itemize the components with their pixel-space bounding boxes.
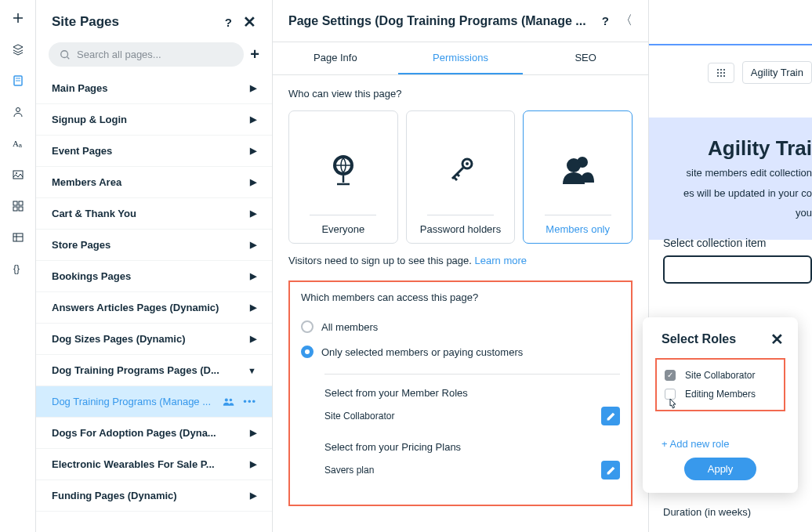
svg-text:a: a <box>19 143 22 148</box>
members-icon[interactable] <box>223 397 235 407</box>
chevron-right-icon: ▶ <box>250 146 256 156</box>
page-group[interactable]: Dog Training Programs Pages (D...▼ <box>36 355 272 386</box>
svg-point-16 <box>61 50 68 57</box>
svg-point-3 <box>16 108 20 112</box>
radio-all-members[interactable]: All members <box>301 314 620 339</box>
view-question: Who can view this page? <box>288 88 633 100</box>
page-group[interactable]: Answers Articles Pages (Dynamic)▶ <box>36 292 272 324</box>
svg-point-19 <box>230 398 233 401</box>
page-group[interactable]: Bookings Pages▶ <box>36 261 272 292</box>
page-group[interactable]: Event Pages▶ <box>36 136 272 167</box>
edit-roles-button[interactable] <box>601 407 620 425</box>
chevron-right-icon: ▶ <box>250 302 256 313</box>
svg-point-33 <box>720 69 722 71</box>
learn-more-link[interactable]: Learn more <box>475 255 527 266</box>
svg-rect-11 <box>19 207 23 211</box>
person-icon[interactable] <box>11 105 25 119</box>
layers-icon[interactable] <box>11 42 25 56</box>
svg-point-39 <box>720 75 722 77</box>
svg-rect-10 <box>13 207 17 211</box>
chevron-right-icon: ▶ <box>250 490 256 501</box>
svg-rect-9 <box>19 201 23 205</box>
svg-text:{}: {} <box>13 263 20 274</box>
panel-title: Site Pages <box>52 14 119 30</box>
perm-option-password[interactable]: Password holders <box>406 110 516 244</box>
hint-text: Visitors need to sign up to see this pag… <box>288 255 633 266</box>
members-access-section: Which members can access this page? All … <box>288 280 633 506</box>
add-role-link[interactable]: + Add new role <box>643 430 798 458</box>
database-icon[interactable] <box>11 230 25 244</box>
svg-line-17 <box>67 56 70 59</box>
page-list: Main Pages▶ Signup & Login▶ Event Pages▶… <box>36 73 272 532</box>
close-icon[interactable]: ✕ <box>243 13 256 31</box>
page-item-selected[interactable]: Dog Training Programs (Manage ... ••• <box>36 386 272 418</box>
chevron-right-icon: ▶ <box>250 459 256 469</box>
radio-icon <box>301 346 314 358</box>
tab-seo[interactable]: SEO <box>523 42 648 74</box>
radio-selected-members[interactable]: Only selected members or paying customer… <box>301 339 620 364</box>
svg-point-31 <box>567 158 581 172</box>
more-icon[interactable]: ••• <box>243 396 256 407</box>
edit-plans-button[interactable] <box>601 461 620 480</box>
apps-icon[interactable] <box>11 199 25 213</box>
svg-line-28 <box>454 177 457 180</box>
page-group[interactable]: Members Area▶ <box>36 167 272 198</box>
search-input-wrapper[interactable] <box>49 42 244 67</box>
page-group[interactable]: Store Pages▶ <box>36 230 272 261</box>
svg-point-32 <box>717 69 719 71</box>
svg-point-34 <box>723 69 725 71</box>
page-group[interactable]: Signup & Login▶ <box>36 104 272 136</box>
perm-option-members[interactable]: Members only <box>523 110 633 244</box>
search-icon <box>60 49 71 60</box>
select-label: Select collection item <box>663 237 767 249</box>
plans-heading: Select from your Pricing Plans <box>324 441 620 453</box>
collection-select[interactable] <box>663 255 812 284</box>
close-icon[interactable]: ✕ <box>770 330 784 349</box>
page-group[interactable]: Funding Pages (Dynamic)▶ <box>36 480 272 512</box>
svg-rect-12 <box>13 233 23 241</box>
chevron-right-icon: ▶ <box>250 240 256 250</box>
pages-icon[interactable] <box>11 74 25 88</box>
help-icon[interactable]: ? <box>225 16 232 29</box>
perm-option-everyone[interactable]: Everyone <box>288 110 398 244</box>
members-icon <box>560 125 596 215</box>
page-group[interactable]: Electronic Wearables For Sale P...▶ <box>36 449 272 480</box>
role-option[interactable]: Site Collaborator <box>660 366 781 385</box>
tab-page-info[interactable]: Page Info <box>273 42 398 74</box>
roles-heading: Select from your Member Roles <box>324 387 620 399</box>
chevron-right-icon: ▶ <box>250 83 256 93</box>
svg-point-26 <box>466 162 469 165</box>
page-group[interactable]: Main Pages▶ <box>36 73 272 104</box>
search-input[interactable] <box>77 49 233 60</box>
help-icon[interactable]: ? <box>602 14 609 27</box>
page-group[interactable]: Cart & Thank You▶ <box>36 198 272 230</box>
svg-line-27 <box>452 168 463 179</box>
svg-point-40 <box>723 75 725 77</box>
image-icon[interactable] <box>11 168 25 182</box>
canvas-label[interactable]: Agility Train <box>742 61 812 84</box>
key-icon <box>446 125 476 215</box>
grid-tool-button[interactable] <box>708 63 734 83</box>
svg-rect-8 <box>13 201 17 205</box>
tab-permissions[interactable]: Permissions <box>398 42 524 74</box>
roles-popover-title: Select Roles <box>662 332 736 346</box>
chevron-right-icon: ▶ <box>250 334 256 344</box>
hero-line: site members edit collection <box>649 165 812 181</box>
page-group[interactable]: Dog Sizes Pages (Dynamic)▶ <box>36 324 272 355</box>
svg-point-37 <box>723 72 725 74</box>
back-icon[interactable]: 〈 <box>620 13 633 29</box>
code-icon[interactable]: {} <box>11 262 25 276</box>
svg-line-29 <box>457 174 459 176</box>
add-icon[interactable] <box>11 11 25 25</box>
svg-text:A: A <box>13 139 19 148</box>
page-settings-panel: Page Settings (Dog Training Programs (Ma… <box>273 0 649 532</box>
site-pages-panel: Site Pages ? ✕ + Main Pages▶ Signup & Lo… <box>36 0 273 532</box>
add-page-button[interactable]: + <box>250 45 259 63</box>
svg-point-36 <box>720 72 722 74</box>
apply-button[interactable]: Apply <box>684 458 757 480</box>
page-group[interactable]: Dogs For Adoption Pages (Dyna...▶ <box>36 418 272 449</box>
page-item-label: Dog Training Programs (Manage ... <box>52 396 216 407</box>
text-icon[interactable]: Aa <box>11 136 25 150</box>
duration-label: Duration (in weeks) <box>663 506 751 518</box>
chevron-right-icon: ▶ <box>250 208 256 219</box>
